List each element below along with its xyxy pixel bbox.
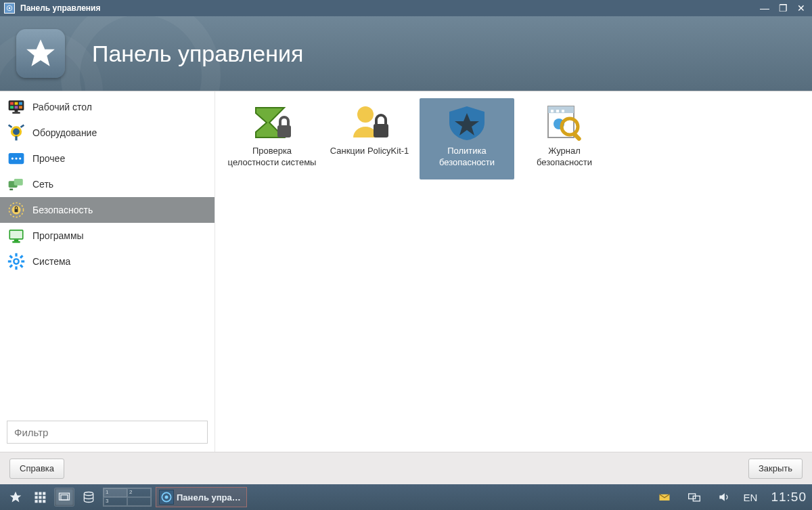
tile-security-policy[interactable]: Политика безопасности bbox=[420, 98, 514, 179]
svg-rect-58 bbox=[35, 500, 38, 503]
svg-rect-6 bbox=[19, 102, 22, 105]
tile-security-log[interactable]: Журнал безопасности bbox=[517, 98, 612, 179]
svg-rect-10 bbox=[15, 110, 18, 112]
minimize-button[interactable]: — bbox=[760, 3, 769, 13]
security-icon bbox=[7, 200, 26, 219]
svg-rect-60 bbox=[43, 500, 45, 503]
network-icon bbox=[7, 175, 26, 194]
workspace-1[interactable]: 1 bbox=[104, 488, 127, 497]
svg-marker-51 bbox=[10, 492, 22, 503]
svg-rect-9 bbox=[19, 106, 22, 108]
page-title: Панель управления bbox=[92, 41, 303, 67]
filter-wrap bbox=[0, 415, 215, 452]
svg-point-40 bbox=[357, 106, 374, 123]
sidebar-item-desktop[interactable]: Рабочий стол bbox=[0, 94, 215, 120]
svg-point-65 bbox=[165, 496, 168, 499]
task-entry-icon bbox=[159, 490, 174, 505]
sidebar-item-label: Безопасность bbox=[32, 205, 93, 215]
svg-rect-39 bbox=[277, 125, 291, 137]
clock[interactable]: 11:50 bbox=[771, 490, 807, 505]
svg-point-18 bbox=[19, 157, 21, 159]
system-tray: EN 11:50 bbox=[654, 488, 807, 507]
svg-rect-35 bbox=[20, 264, 24, 268]
content-grid: Проверка целостности системы Санкции Pol… bbox=[215, 91, 812, 452]
svg-rect-28 bbox=[12, 241, 20, 242]
tray-network-icon[interactable] bbox=[684, 488, 704, 507]
svg-rect-14 bbox=[15, 136, 17, 141]
workspace-4[interactable] bbox=[127, 497, 151, 506]
gear-icon bbox=[7, 252, 26, 271]
workspace-2[interactable]: 2 bbox=[127, 488, 151, 497]
sidebar-item-label: Сеть bbox=[32, 179, 53, 190]
svg-point-17 bbox=[15, 157, 17, 159]
sidebar-item-label: Оборудование bbox=[32, 127, 97, 138]
tile-policykit-sanctions[interactable]: Санкции PolicyKit-1 bbox=[322, 98, 417, 179]
help-button[interactable]: Справка bbox=[9, 459, 64, 479]
tray-mail-icon[interactable] bbox=[654, 488, 675, 507]
svg-rect-36 bbox=[20, 255, 24, 259]
svg-rect-26 bbox=[10, 231, 22, 238]
svg-rect-56 bbox=[39, 496, 41, 498]
show-desktop-button[interactable] bbox=[54, 488, 74, 507]
svg-rect-7 bbox=[10, 106, 14, 108]
svg-rect-62 bbox=[61, 495, 68, 501]
bottom-button-bar: Справка Закрыть bbox=[0, 452, 812, 484]
svg-rect-20 bbox=[14, 179, 23, 186]
svg-rect-53 bbox=[39, 492, 41, 495]
sigma-lock-icon bbox=[250, 104, 294, 142]
programs-icon bbox=[7, 226, 26, 245]
desktop-icon bbox=[7, 98, 26, 116]
svg-rect-31 bbox=[15, 266, 17, 270]
svg-rect-3 bbox=[9, 100, 24, 110]
workspace-3[interactable]: 3 bbox=[104, 497, 127, 506]
svg-rect-55 bbox=[35, 496, 38, 498]
close-button[interactable]: Закрыть bbox=[748, 459, 803, 479]
sidebar-item-label: Система bbox=[32, 256, 70, 267]
tile-label: Проверка целостности системы bbox=[227, 146, 317, 169]
svg-rect-45 bbox=[551, 110, 554, 112]
svg-rect-8 bbox=[15, 106, 18, 108]
window-title: Панель управления bbox=[20, 3, 760, 13]
maximize-button[interactable]: ❐ bbox=[779, 3, 788, 13]
keyboard-layout[interactable]: EN bbox=[744, 492, 758, 503]
svg-rect-4 bbox=[10, 102, 14, 105]
sidebar-item-label: Программы bbox=[32, 230, 84, 241]
tile-integrity-check[interactable]: Проверка целостности системы bbox=[225, 98, 319, 179]
svg-point-63 bbox=[84, 492, 93, 496]
app-icon bbox=[4, 3, 15, 14]
svg-rect-57 bbox=[43, 496, 45, 498]
workspace-pager[interactable]: 1 2 3 bbox=[103, 488, 152, 507]
tray-volume-icon[interactable] bbox=[714, 488, 734, 507]
start-button[interactable] bbox=[5, 488, 26, 507]
filter-input[interactable] bbox=[7, 421, 208, 444]
main-area: Рабочий стол Оборудование Прочее Сеть bbox=[0, 91, 812, 452]
svg-rect-41 bbox=[374, 124, 388, 137]
sidebar-item-programs[interactable]: Программы bbox=[0, 223, 215, 249]
svg-rect-46 bbox=[556, 110, 559, 112]
svg-rect-27 bbox=[14, 240, 19, 241]
window-titlebar: Панель управления — ❐ ✕ bbox=[0, 0, 812, 16]
svg-rect-54 bbox=[43, 492, 45, 495]
sidebar-item-network[interactable]: Сеть bbox=[0, 171, 215, 197]
sidebar-item-hardware[interactable]: Оборудование bbox=[0, 120, 215, 146]
svg-point-16 bbox=[12, 157, 14, 159]
svg-rect-37 bbox=[9, 264, 13, 268]
sidebar-item-system[interactable]: Система bbox=[0, 249, 215, 274]
tile-label: Политика безопасности bbox=[422, 146, 512, 169]
svg-rect-59 bbox=[39, 500, 41, 503]
svg-rect-11 bbox=[12, 112, 20, 113]
log-search-icon bbox=[543, 104, 586, 142]
hardware-icon bbox=[7, 123, 26, 142]
file-manager-button[interactable] bbox=[78, 488, 99, 507]
task-entry-control-panel[interactable]: Панель упра… bbox=[156, 487, 247, 507]
sidebar-item-security[interactable]: Безопасность bbox=[0, 197, 215, 223]
svg-rect-30 bbox=[15, 253, 17, 257]
sidebar-item-label: Рабочий стол bbox=[32, 102, 92, 112]
sidebar-item-other[interactable]: Прочее bbox=[0, 146, 215, 171]
taskbar: 1 2 3 Панель упра… EN 11:50 bbox=[0, 484, 812, 510]
shield-star-icon bbox=[445, 104, 489, 142]
close-window-button[interactable]: ✕ bbox=[797, 3, 805, 13]
other-icon bbox=[7, 149, 26, 168]
apps-grid-button[interactable] bbox=[30, 488, 50, 507]
sidebar: Рабочий стол Оборудование Прочее Сеть bbox=[0, 91, 215, 452]
